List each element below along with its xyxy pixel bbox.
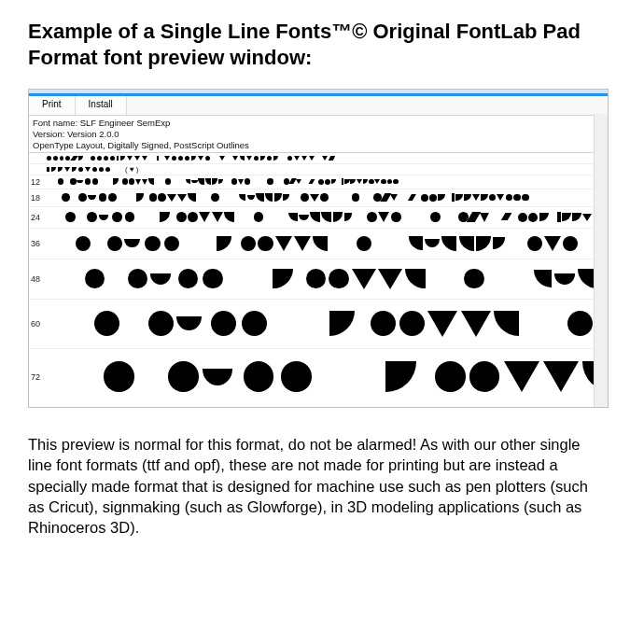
print-button[interactable]: Print bbox=[29, 96, 76, 115]
alpha-row-1 bbox=[47, 153, 336, 163]
toolbar: Print Install bbox=[29, 96, 608, 116]
sample-row-12 bbox=[47, 175, 399, 189]
sample-area: ( ♥ ) 12 18 24 36 48 bbox=[29, 153, 608, 398]
vertical-scrollbar[interactable] bbox=[594, 114, 608, 407]
description-text: This preview is normal for this format, … bbox=[28, 434, 607, 538]
sample-row-24 bbox=[47, 207, 608, 228]
alpha-row-2: ( ♥ ) bbox=[47, 164, 139, 175]
sample-row-72 bbox=[47, 349, 608, 405]
meta-name: Font name: SLF Engineer SemExp bbox=[33, 118, 604, 129]
page-heading: Example of a Single Line Fonts™© Origina… bbox=[28, 19, 616, 70]
meta-features: OpenType Layout, Digitally Signed, PostS… bbox=[33, 140, 604, 151]
meta-version: Version: Version 2.0.0 bbox=[33, 129, 604, 140]
sample-row-18 bbox=[47, 189, 530, 206]
sample-row-60 bbox=[47, 300, 608, 348]
font-metadata: Font name: SLF Engineer SemExp Version: … bbox=[29, 116, 608, 153]
install-button[interactable]: Install bbox=[76, 96, 127, 115]
sample-row-48 bbox=[47, 259, 608, 299]
font-preview-window: Print Install Font name: SLF Engineer Se… bbox=[28, 89, 609, 408]
sample-row-36 bbox=[47, 229, 608, 259]
